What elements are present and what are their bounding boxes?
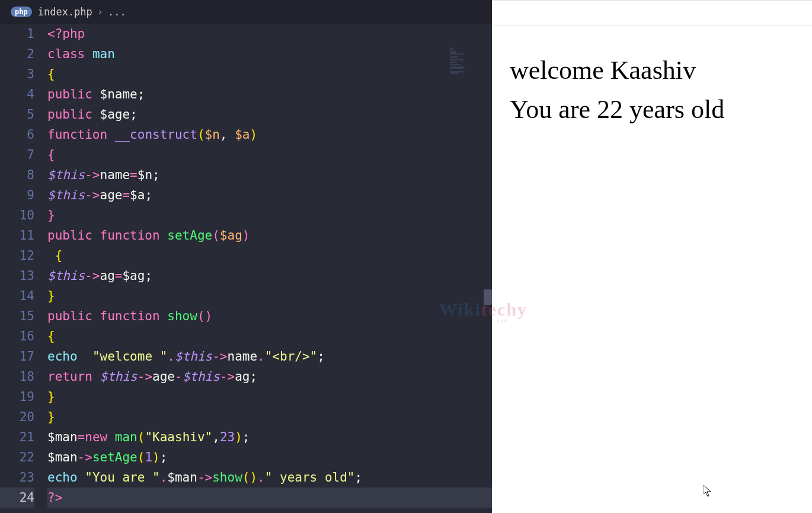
browser-output-pane: welcome Kaashiv You are 22 years old [492,0,812,513]
line-number: 7 [0,145,34,165]
line-number: 5 [0,104,34,125]
code-editor-pane: php index.php › ... 12345678910111213141… [0,0,492,513]
tab-filename[interactable]: index.php [38,6,92,18]
minimap[interactable] [450,47,486,74]
code-line[interactable]: $this->age=$a; [47,185,492,205]
code-line[interactable]: } [47,286,492,306]
php-file-icon: php [11,7,32,17]
code-line[interactable]: public $name; [47,84,492,104]
code-line[interactable]: $man=new man("Kaashiv",23); [47,427,492,447]
line-number: 24 [0,487,34,508]
code-line[interactable]: { [47,64,492,84]
code-line[interactable]: } [47,387,492,407]
code-line[interactable]: { [47,246,492,266]
output-line-1: welcome Kaashiv [510,51,812,90]
line-number: 21 [0,427,34,447]
code-line[interactable]: $man->setAge(1); [47,447,492,467]
line-number-gutter: 123456789101112131415161718192021222324 [0,24,47,513]
line-number: 13 [0,266,34,286]
line-number: 1 [0,24,34,44]
editor-body[interactable]: 123456789101112131415161718192021222324 … [0,24,492,513]
code-area[interactable]: <?phpclass man{public $name;public $age;… [47,24,492,513]
code-line[interactable]: public function show() [47,306,492,326]
browser-content: welcome Kaashiv You are 22 years old [492,1,812,129]
code-line[interactable]: function __construct($n, $a) [47,125,492,145]
line-number: 3 [0,64,34,84]
line-number: 4 [0,84,34,104]
line-number: 8 [0,165,34,185]
line-number: 14 [0,286,34,306]
line-number: 11 [0,225,34,246]
code-line[interactable]: return $this->age-$this->ag; [47,367,492,387]
line-number: 23 [0,467,34,487]
breadcrumb-separator: › [97,6,103,18]
code-line[interactable]: class man [47,44,492,64]
line-number: 12 [0,246,34,266]
line-number: 2 [0,44,34,64]
code-line[interactable]: public function setAge($ag) [47,225,492,246]
code-line[interactable]: { [47,145,492,165]
breadcrumb-extra[interactable]: ... [108,6,126,18]
code-line[interactable]: echo "welcome ".$this->name."<br/>"; [47,346,492,367]
code-line[interactable]: $this->name=$n; [47,165,492,185]
line-number: 16 [0,326,34,346]
output-line-2: You are 22 years old [510,90,812,129]
line-number: 10 [0,205,34,225]
line-number: 18 [0,367,34,387]
code-line[interactable]: } [47,407,492,427]
line-number: 19 [0,387,34,407]
watermark-sub: .com [493,318,507,324]
mouse-cursor-icon [704,485,711,497]
code-line[interactable]: } [47,205,492,225]
code-line[interactable]: $this->ag=$ag; [47,266,492,286]
editor-tab-bar: php index.php › ... [0,0,492,24]
line-number: 20 [0,407,34,427]
line-number: 22 [0,447,34,467]
browser-divider [492,26,812,26]
code-line[interactable]: echo "You are ".$man->show()." years old… [47,467,492,487]
line-number: 15 [0,306,34,326]
line-number: 9 [0,185,34,205]
line-number: 17 [0,346,34,367]
line-number: 6 [0,125,34,145]
code-line[interactable]: ?> [47,487,492,508]
code-line[interactable]: { [47,326,492,346]
watermark-logo: Wikitechy [439,299,528,320]
code-line[interactable]: public $age; [47,104,492,125]
code-line[interactable]: <?php [47,24,492,44]
